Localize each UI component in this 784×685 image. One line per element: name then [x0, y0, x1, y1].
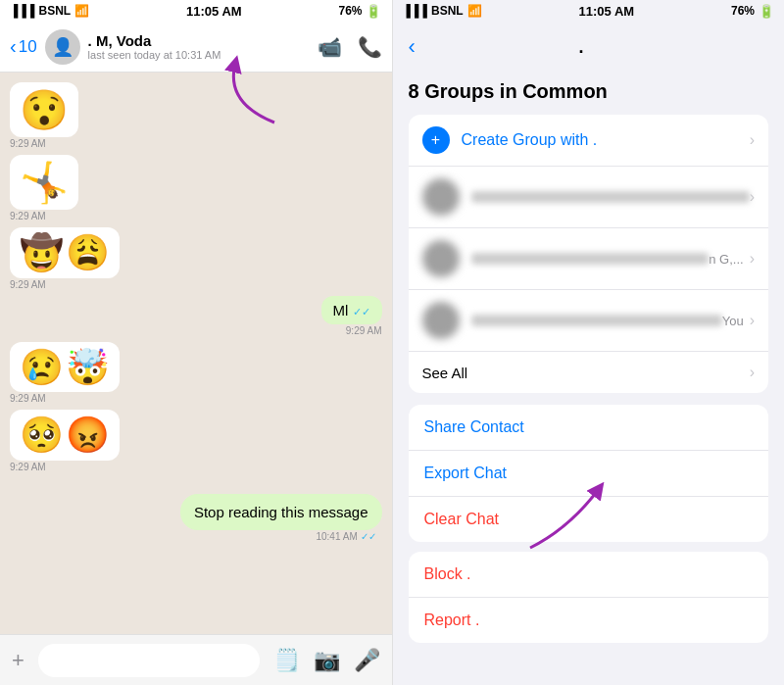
message-time: 9:29 AM: [10, 393, 46, 404]
right-battery-icon: 🔋: [759, 4, 774, 19]
message-ticks: ✓✓: [361, 531, 376, 542]
group-avatar: [422, 178, 460, 216]
group-sublabel: n G,...: [709, 252, 743, 267]
group-name: [471, 315, 722, 326]
sticker-icon[interactable]: 🗒️: [273, 648, 300, 673]
video-call-icon[interactable]: 📹: [318, 35, 342, 59]
message-item: Ml ✓✓ 9:29 AM: [321, 296, 382, 336]
chat-input-bar: + 🗒️ 📷 🎤: [0, 634, 392, 685]
message-time: 9:29 AM: [10, 211, 46, 221]
emoji-content: 😯: [20, 88, 69, 131]
groups-section-title: 8 Groups in Common: [409, 80, 769, 103]
emoji-content: 🤠😩: [20, 233, 110, 272]
message-item: 🥺😡 9:29 AM: [10, 410, 382, 472]
message-bubble[interactable]: 😢🤯: [10, 342, 120, 393]
right-back-button[interactable]: ‹: [409, 34, 416, 60]
actions-card: Share Contact Export Chat Clear Chat: [409, 405, 769, 542]
message-ticks: ✓✓: [353, 306, 370, 318]
mic-icon[interactable]: 🎤: [354, 648, 380, 673]
message-bubble[interactable]: 🥺😡: [10, 410, 120, 461]
group-avatar: [422, 302, 460, 339]
group-sublabel: You: [722, 314, 744, 328]
header-actions: 📹 📞: [318, 35, 382, 59]
contact-name: . M, Voda: [88, 32, 310, 49]
left-time: 11:05 AM: [186, 4, 242, 19]
carrier-name: BSNL: [39, 4, 72, 18]
battery-percent: 76%: [338, 4, 362, 18]
message-time: 9:29 AM: [10, 279, 46, 290]
message-item: 🤠😩 9:29 AM: [10, 227, 382, 290]
camera-icon[interactable]: 📷: [314, 648, 340, 673]
chevron-icon: ›: [750, 312, 755, 329]
left-carrier-area: ▐▐▐ BSNL 📶: [10, 4, 89, 18]
message-bubble[interactable]: 🤸: [10, 155, 78, 210]
plus-circle-icon: +: [422, 126, 450, 154]
message-time: 10:41 AM ✓✓: [316, 531, 375, 542]
group-name: [471, 191, 750, 203]
message-item: 😢🤯 9:29 AM: [10, 342, 382, 405]
message-time: 9:29 AM: [346, 325, 382, 336]
right-header: ‹ .: [393, 22, 785, 73]
contact-info[interactable]: . M, Voda last seen today at 10:31 AM: [88, 32, 310, 61]
right-carrier-area: ▐▐▐ BSNL 📶: [403, 4, 482, 18]
block-label: Block .: [424, 565, 471, 582]
see-all-label: See All: [422, 365, 750, 381]
groups-card: + Create Group with . › › n G,... ›: [409, 115, 769, 393]
group-row[interactable]: ›: [409, 167, 769, 228]
left-status-bar: ▐▐▐ BSNL 📶 11:05 AM 76% 🔋: [0, 0, 392, 22]
message-bubble[interactable]: Stop reading this message: [180, 494, 382, 530]
chevron-icon: ›: [750, 131, 755, 149]
see-all-row[interactable]: See All ›: [409, 352, 769, 393]
emoji-content: 😢🤯: [20, 348, 110, 387]
message-bubble[interactable]: Ml ✓✓: [321, 296, 382, 324]
right-time: 11:05 AM: [579, 4, 635, 19]
back-chevron-icon: ‹: [10, 35, 17, 58]
block-row[interactable]: Block .: [409, 552, 769, 598]
group-name: [471, 253, 710, 265]
export-chat-row[interactable]: Export Chat: [409, 451, 769, 497]
chevron-icon: ›: [750, 250, 755, 268]
chevron-icon: ›: [750, 364, 755, 381]
contact-info-panel: ▐▐▐ BSNL 📶 11:05 AM 76% 🔋 ‹ . 8 Groups i…: [393, 0, 785, 685]
right-signal-icon: ▐▐▐: [403, 4, 428, 18]
plus-icon[interactable]: +: [12, 648, 24, 673]
right-wifi-icon: 📶: [467, 4, 482, 18]
message-item: 😯 9:29 AM: [10, 82, 382, 149]
battery-icon: 🔋: [366, 4, 381, 19]
group-row[interactable]: You ›: [409, 290, 769, 352]
group-row[interactable]: n G,... ›: [409, 228, 769, 290]
message-bubble[interactable]: 😯: [10, 82, 78, 137]
right-content-area: 8 Groups in Common + Create Group with .…: [393, 73, 785, 685]
back-button[interactable]: ‹ 10: [10, 35, 37, 58]
wifi-icon: 📶: [74, 4, 89, 18]
clear-chat-row[interactable]: Clear Chat: [409, 497, 769, 542]
contact-avatar[interactable]: 👤: [45, 29, 80, 65]
group-avatar: [422, 240, 460, 277]
create-group-row[interactable]: + Create Group with . ›: [409, 115, 769, 167]
right-battery-area: 76% 🔋: [731, 4, 774, 19]
danger-card: Block . Report .: [409, 552, 769, 643]
back-count[interactable]: 10: [19, 37, 37, 57]
left-battery-area: 76% 🔋: [338, 4, 381, 19]
chat-panel: ▐▐▐ BSNL 📶 11:05 AM 76% 🔋 ‹ 10 👤 . M, Vo…: [0, 0, 392, 685]
emoji-content: 🤸: [20, 161, 69, 204]
contact-status: last seen today at 10:31 AM: [88, 49, 310, 61]
message-time: 9:29 AM: [10, 462, 46, 472]
right-status-bar: ▐▐▐ BSNL 📶 11:05 AM 76% 🔋: [393, 0, 785, 22]
share-contact-label: Share Contact: [424, 418, 524, 435]
message-bubble[interactable]: 🤠😩: [10, 227, 120, 278]
report-row[interactable]: Report .: [409, 598, 769, 643]
right-battery-percent: 76%: [731, 4, 755, 18]
report-label: Report .: [424, 612, 480, 628]
clear-chat-label: Clear Chat: [424, 511, 499, 527]
right-carrier: BSNL: [431, 4, 464, 18]
right-header-dot: .: [578, 37, 583, 58]
message-input[interactable]: [38, 644, 260, 677]
share-contact-row[interactable]: Share Contact: [409, 405, 769, 451]
signal-icon: ▐▐▐: [10, 4, 35, 18]
voice-call-icon[interactable]: 📞: [358, 35, 382, 59]
message-text: Stop reading this message: [194, 504, 368, 520]
message-time: 9:29 AM: [10, 138, 46, 149]
message-item: 🤸 9:29 AM: [10, 155, 382, 221]
chat-area: 😯 9:29 AM 🤸 9:29 AM 🤠😩 9:29 AM Ml ✓✓ 9:2…: [0, 73, 392, 634]
